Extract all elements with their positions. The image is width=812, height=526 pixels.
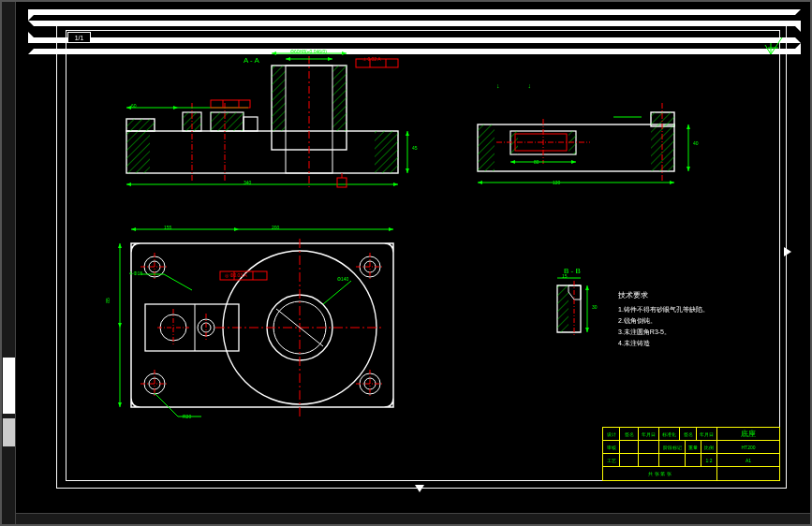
view-side-section xyxy=(468,108,721,201)
tb-scale-val: 1:2 xyxy=(701,454,717,466)
dim-right-d: 80 xyxy=(534,159,539,165)
dim-mid-h: 45 xyxy=(412,145,418,151)
tb-proc-lbl: 工艺 xyxy=(603,454,620,466)
view-plan xyxy=(112,220,431,435)
tb-design-lbl: 设计 xyxy=(603,428,620,440)
view-detail-bb xyxy=(548,281,604,346)
view-section-aa xyxy=(112,61,412,201)
svg-rect-27 xyxy=(211,100,250,108)
tech-notes: 技术要求 1.铸件不得有砂眼气孔等缺陷。 2.锐角倒钝。 3.未注圆角R3-5。… xyxy=(618,290,709,349)
svg-rect-3 xyxy=(375,131,398,173)
svg-rect-8 xyxy=(332,66,347,131)
note-2: 2.锐角倒钝。 xyxy=(618,315,709,327)
tb-sign2: 签名 xyxy=(680,428,697,440)
svg-rect-33 xyxy=(478,124,495,171)
dim-top-h1: 85 xyxy=(105,298,111,303)
svg-rect-14 xyxy=(244,117,258,131)
dim-left-w1: 60 xyxy=(131,103,137,109)
svg-rect-1 xyxy=(126,131,398,173)
note-3: 3.未注圆角R3-5。 xyxy=(618,327,709,338)
svg-rect-30 xyxy=(337,178,347,187)
tb-weight: 重量 xyxy=(686,441,701,453)
tb-drawing-no: A1 xyxy=(717,454,779,466)
dim-det-h: 30 xyxy=(592,304,598,310)
svg-rect-5 xyxy=(126,119,155,131)
scrollbar-horizontal[interactable] xyxy=(16,513,810,524)
notes-title: 技术要求 xyxy=(618,290,709,301)
dim-mid-w: 200 xyxy=(272,225,279,230)
tb-date1: 年月日 xyxy=(639,428,659,440)
tb-check-lbl: 审核 xyxy=(603,441,620,453)
note-4: 4.未注铸造 xyxy=(618,338,709,349)
tb-std-lbl: 标准化 xyxy=(659,428,680,440)
svg-line-84 xyxy=(155,393,178,416)
svg-line-86 xyxy=(323,281,351,304)
dim-bot-w2: 155 xyxy=(164,225,171,230)
drawing-canvas[interactable]: 1/1 A - A xyxy=(28,9,801,505)
tb-sheet: 共 张 第 张 xyxy=(603,467,717,480)
svg-rect-90 xyxy=(557,285,568,332)
dim-det-w: 15 xyxy=(562,273,568,279)
layout-tab-paper[interactable] xyxy=(3,418,15,446)
title-block: 设计 签名 年月日 标准化 签名 年月日 底座 审核 阶段标记 重量 比例 HT… xyxy=(602,427,780,481)
tb-part-name: 底座 xyxy=(717,428,779,440)
tb-material: HT200 xyxy=(717,441,779,453)
svg-rect-13 xyxy=(211,112,244,131)
dim-bot-w: 340 xyxy=(244,180,251,185)
tb-date2: 年月日 xyxy=(697,428,717,440)
dim-right-w: 120 xyxy=(553,180,560,185)
tol-t3: ◎ Φ0.03 A xyxy=(225,272,247,278)
tb-stage: 阶段标记 xyxy=(659,441,686,453)
svg-rect-7 xyxy=(272,66,286,131)
tb-sign1: 签名 xyxy=(620,428,639,440)
cad-viewport: 1/1 A - A xyxy=(0,0,812,526)
svg-rect-2 xyxy=(126,131,150,173)
dim-phi1: Φ140 xyxy=(337,276,348,282)
svg-line-82 xyxy=(164,274,192,290)
dim-phi2: 4-Φ18 xyxy=(129,270,142,276)
layout-tab-model[interactable] xyxy=(3,358,15,414)
tol-t1: ⊥ 0.02 A xyxy=(362,56,381,62)
dim-right-h: 40 xyxy=(693,140,699,146)
section-arrows-top: ↓↓ xyxy=(496,82,531,89)
dim-r: R20 xyxy=(183,414,191,419)
dim-top-w1: Φ60H8(+0.046/0) xyxy=(290,49,327,54)
tb-scale-lbl: 比例 xyxy=(701,441,717,453)
scrollbar-vertical[interactable] xyxy=(2,2,16,524)
note-1: 1.铸件不得有砂眼气孔等缺陷。 xyxy=(618,304,709,315)
